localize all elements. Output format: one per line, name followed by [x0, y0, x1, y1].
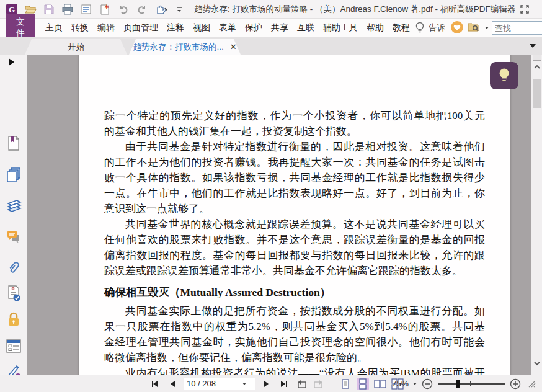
- tab-close-icon[interactable]: ✕: [230, 42, 237, 51]
- toggle-toolbars-icon[interactable]: [515, 2, 534, 16]
- undo-icon[interactable]: [117, 2, 130, 16]
- zoom-slider-tick: [470, 381, 471, 386]
- assistant-lightbulb-button[interactable]: [490, 62, 518, 89]
- svg-text:G: G: [8, 5, 14, 14]
- navigation-sidebar: [0, 55, 27, 375]
- search-folder-dropdown[interactable]: [485, 27, 489, 29]
- expand-panel-icon[interactable]: [9, 58, 14, 66]
- layout-facing-button[interactable]: [374, 378, 386, 390]
- menu-item-12[interactable]: 教程: [388, 20, 414, 36]
- menu-item-8[interactable]: 共享: [267, 20, 293, 36]
- document-view[interactable]: 踪一个特定的预先定义好的指数，作为一个小投资者，你可以简单地把100美元的基金和…: [27, 55, 531, 375]
- tab-document[interactable]: 趋势永存：打败市场的... ✕: [129, 39, 241, 55]
- document-text-line: 败一个具体的指数。如果该指数亏损，共同基金经理的工作就是比指数损失得少: [104, 170, 485, 185]
- zoom-out-button[interactable]: [421, 378, 433, 390]
- menu-item-9[interactable]: 互联: [293, 20, 319, 36]
- redo-icon[interactable]: [135, 2, 148, 16]
- document-text-line: 共同基金实际上做的是把所有资金，按指数成分股的不同权重进行分配。如: [104, 303, 485, 319]
- document-text-line: 一点。在牛市中，他们的工作就是比指数表现略好一点。好了，到目前为止，你: [104, 185, 485, 201]
- search-folder-icon[interactable]: [467, 21, 482, 35]
- new-document-icon[interactable]: ✱: [98, 2, 111, 16]
- security-icon[interactable]: [6, 311, 22, 327]
- layers-icon[interactable]: [6, 198, 22, 214]
- menu-item-4[interactable]: 注释: [162, 20, 189, 36]
- tab-start-label: 开始: [68, 42, 84, 53]
- tab-list-dropdown-icon[interactable]: [530, 44, 536, 48]
- menu-item-6[interactable]: 表单: [215, 20, 241, 36]
- document-text-line: 踪一个特定的预先定义好的指数，作为一个小投资者，你可以简单地把100美元: [104, 108, 485, 123]
- zoom-slider-thumb[interactable]: [456, 380, 460, 388]
- page-number-input[interactable]: [187, 379, 242, 388]
- heart-icon[interactable]: [450, 20, 464, 36]
- document-text-line: 任何他喜欢的股票来打败指数。并不是这个意思，跟踪误差衡量的是基金的回报: [104, 232, 485, 247]
- tell-me-label[interactable]: 告诉: [429, 22, 447, 33]
- last-page-button[interactable]: [278, 378, 290, 390]
- document-text-line: 的基金和其他人的钱汇集在一起，投资复制这个指数。: [104, 123, 485, 139]
- page-number-dropdown[interactable]: [242, 383, 246, 385]
- open-file-icon[interactable]: [24, 2, 37, 16]
- minimize-button[interactable]: [538, 2, 542, 16]
- zoom-level-label[interactable]: 75%: [392, 379, 409, 388]
- page-thumbnails-icon[interactable]: [6, 167, 22, 183]
- tab-document-label: 趋势永存：打败市场的...: [133, 42, 223, 53]
- previous-page-button[interactable]: [166, 378, 179, 390]
- foxit-logo-icon[interactable]: G: [5, 2, 18, 16]
- document-text-line: 业内有句形容机构投资者行为的说法——“没有人会因为买IBM的股票而被开: [104, 365, 485, 375]
- resize-grip-icon[interactable]: [526, 378, 538, 390]
- window-title: 趋势永存: 打败市场的动量策略 - （美）Andreas F.Clenow 著.…: [194, 4, 515, 15]
- menu-right-cluster: 告诉: [414, 20, 542, 36]
- window-controls: [515, 2, 542, 16]
- menu-item-2[interactable]: 编辑: [93, 20, 119, 36]
- layout-continuous-button[interactable]: [357, 378, 369, 390]
- statusbar-separator: [332, 379, 332, 389]
- first-page-button[interactable]: [149, 378, 161, 390]
- page-navigation: [149, 378, 404, 390]
- scroll-up-icon[interactable]: [534, 65, 540, 71]
- menu-item-10[interactable]: 辅助工具: [319, 20, 362, 36]
- zoom-in-button[interactable]: [509, 378, 522, 390]
- menu-items: 主页转换编辑页面管理注释视图表单保护共享互联辅助工具帮助教程: [41, 20, 414, 36]
- document-text-line: 金经理在管理共同基金时，实施他们自己投资理念的空间很小。他们有时可能会: [104, 334, 485, 350]
- document-heading: 确保相互毁灭（Mutually Assured Destruction）: [104, 284, 485, 300]
- vertical-scrollbar[interactable]: [531, 55, 542, 375]
- tab-start[interactable]: 开始: [25, 39, 127, 55]
- form-fields-icon[interactable]: [6, 338, 22, 354]
- print-icon[interactable]: [61, 2, 74, 16]
- email-icon[interactable]: [79, 2, 92, 16]
- page-number-box: [184, 378, 255, 390]
- document-tab-bar: 开始 趋势永存：打败市场的... ✕: [0, 37, 542, 55]
- zoom-dropdown[interactable]: [413, 383, 417, 385]
- customize-quick-access-icon[interactable]: [172, 2, 185, 16]
- lightbulb-glyph-icon: [497, 67, 512, 84]
- document-text-line: 的工作不是为他们的投资者赚钱。我再提醒大家一次：共同基金的任务是试图击: [104, 154, 485, 170]
- menu-item-5[interactable]: 视图: [189, 20, 215, 36]
- menu-item-3[interactable]: 页面管理: [119, 20, 162, 36]
- status-bar: 75%: [0, 375, 542, 392]
- zoom-slider[interactable]: [438, 380, 505, 388]
- digital-signatures-icon[interactable]: [6, 285, 22, 301]
- layout-single-page-button[interactable]: [339, 378, 352, 390]
- lightbulb-icon[interactable]: [414, 21, 425, 35]
- next-page-button[interactable]: [260, 378, 273, 390]
- next-view-button: [313, 378, 325, 390]
- scrollbar-split-handle[interactable]: [533, 55, 541, 61]
- bookmarks-icon[interactable]: [6, 135, 22, 151]
- scroll-down-icon[interactable]: [534, 361, 540, 367]
- document-text-line: 踪误差或跟踪误差预算通常非常小。共同基金不允许偏离它跟踪的指数太多。: [104, 263, 485, 278]
- menu-bar: 文件 主页转换编辑页面管理注释视图表单保护共享互联辅助工具帮助教程 告诉: [0, 19, 542, 37]
- pdf-page: 踪一个特定的预先定义好的指数，作为一个小投资者，你可以简单地把100美元的基金和…: [79, 55, 510, 375]
- save-icon[interactable]: [42, 2, 55, 16]
- hand-tool-icon[interactable]: [154, 2, 167, 16]
- document-text-line: 意识到这一点就够了。: [104, 201, 485, 216]
- scrollbar-thumb[interactable]: [533, 79, 541, 108]
- attachments-icon[interactable]: [6, 260, 22, 276]
- document-text-line: 偏离指数回报的程度。基金的每日回报都要与指数的每日回报来比较，允许的跟: [104, 247, 485, 263]
- menu-item-11[interactable]: 帮助: [362, 20, 388, 36]
- search-input[interactable]: [492, 24, 542, 33]
- comments-icon[interactable]: [6, 229, 22, 245]
- menu-item-7[interactable]: 保护: [241, 20, 267, 36]
- menu-item-1[interactable]: 转换: [67, 20, 93, 36]
- zoom-slider-track[interactable]: [438, 383, 505, 385]
- previous-view-button[interactable]: [295, 378, 308, 390]
- menu-item-0[interactable]: 主页: [41, 20, 67, 36]
